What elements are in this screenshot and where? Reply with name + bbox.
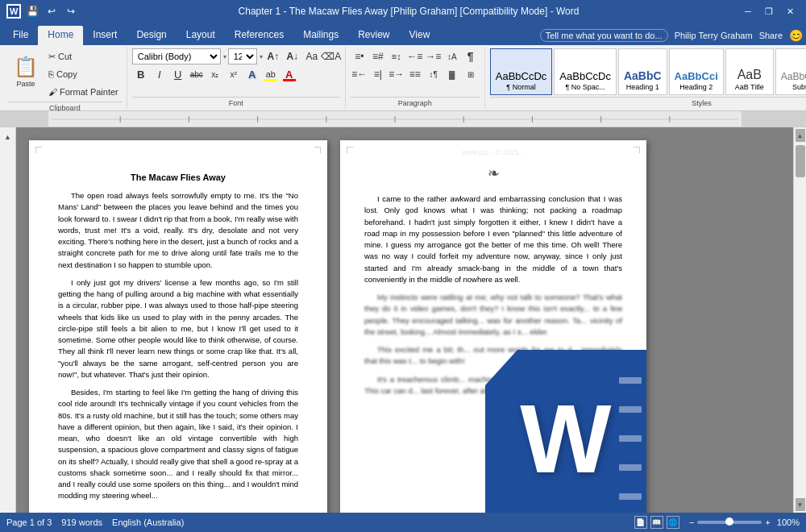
- word-logo-line-2: [619, 406, 642, 413]
- show-formatting-button[interactable]: ¶: [462, 48, 480, 64]
- style-subtitle[interactable]: AaBbCcCc Subtitle: [775, 48, 806, 95]
- ribbon-group-font: Calibri (Body) ▾ 12 ▾ A↑ A↓ Aa ⌫A B I U: [127, 47, 346, 109]
- tell-me-input[interactable]: Tell me what you want to do...: [540, 29, 668, 42]
- tab-file[interactable]: File: [3, 26, 38, 45]
- text-effects-button[interactable]: A: [243, 66, 261, 82]
- tab-mailings[interactable]: Mailings: [293, 26, 348, 45]
- tab-view[interactable]: View: [400, 26, 440, 45]
- borders-button[interactable]: ⊞: [462, 66, 480, 82]
- word-logo-line-4: [619, 464, 642, 471]
- ruler: [0, 111, 806, 127]
- list-buttons-row: ≡• ≡# ≡↕ ←≡ →≡ ↕A ¶: [351, 48, 480, 64]
- ribbon-group-clipboard: 📋 Paste ✂ Cut ⎘ Copy 🖌 Format Painter Cl…: [3, 47, 127, 109]
- align-center-button[interactable]: ≡|: [369, 66, 387, 82]
- ribbon-group-styles: AaBbCcDc ¶ Normal AaBbCcDc ¶ No Spac... …: [485, 47, 806, 109]
- tab-design[interactable]: Design: [127, 26, 176, 45]
- read-mode-button[interactable]: 📖: [650, 516, 663, 529]
- style-heading1[interactable]: AaBbC Heading 1: [618, 48, 667, 95]
- tab-review[interactable]: Review: [348, 26, 399, 45]
- justify-button[interactable]: ≡≡: [406, 66, 424, 82]
- word-logo-background: W: [485, 350, 646, 513]
- save-button[interactable]: 💾: [24, 3, 40, 19]
- page2-para1: I came to the rather awkward and embarra…: [364, 193, 622, 285]
- font-name-row: Calibri (Body) ▾ 12 ▾ A↑ A↓ Aa ⌫A: [132, 48, 340, 64]
- subscript-button[interactable]: x₂: [206, 66, 224, 82]
- paste-button[interactable]: 📋 Paste: [8, 48, 44, 95]
- format-painter-button[interactable]: 🖌 Format Painter: [45, 84, 122, 100]
- copy-button[interactable]: ⎘ Copy: [45, 66, 122, 82]
- web-layout-button[interactable]: 🌐: [667, 516, 679, 529]
- font-name-select[interactable]: Calibri (Body): [132, 48, 221, 64]
- undo-button[interactable]: ↩: [44, 3, 60, 19]
- page2-para2: My instincts were rattling at me; why no…: [364, 292, 622, 338]
- zoom-slider[interactable]: [697, 521, 762, 524]
- page1-content[interactable]: The Macaw Flies Away The open road alway…: [58, 172, 298, 502]
- tab-insert[interactable]: Insert: [83, 26, 127, 45]
- highlight-button[interactable]: ab: [262, 66, 280, 82]
- scroll-down-button[interactable]: ▼: [796, 498, 805, 511]
- sort-button[interactable]: ↕A: [443, 48, 461, 64]
- bullet-list-button[interactable]: ≡•: [351, 48, 368, 64]
- page-1: The Macaw Flies Away The open road alway…: [29, 140, 327, 513]
- style-title[interactable]: AaB AaB Title: [725, 48, 774, 95]
- status-bar: Page 1 of 3 919 words English (Australia…: [0, 513, 806, 532]
- page2-corner-tr: [634, 147, 640, 153]
- cut-button[interactable]: ✂ Cut: [45, 48, 122, 64]
- tab-layout[interactable]: Layout: [177, 26, 225, 45]
- tab-references[interactable]: References: [225, 26, 293, 45]
- scroll-up-button[interactable]: ▲: [796, 129, 805, 142]
- zoom-in-button[interactable]: +: [765, 517, 770, 527]
- font-settings: Calibri (Body) ▾ 12 ▾ A↑ A↓ Aa ⌫A B I U: [132, 48, 340, 82]
- font-size-select[interactable]: 12: [228, 48, 257, 64]
- print-layout-button[interactable]: 📄: [634, 516, 647, 529]
- alignment-row: ≡← ≡| ≡→ ≡≡ ↕¶ ▓ ⊞: [351, 66, 480, 82]
- increase-font-button[interactable]: A↑: [264, 48, 282, 64]
- title-bar: W 💾 ↩ ↪ Chapter 1 - The Macaw Flies Away…: [0, 0, 806, 23]
- font-size-arrow[interactable]: ▾: [260, 53, 263, 60]
- align-left-button[interactable]: ≡←: [351, 66, 368, 82]
- shading-button[interactable]: ▓: [443, 66, 461, 82]
- word-icon: W: [6, 4, 21, 19]
- scrollbar-thumb[interactable]: [796, 145, 805, 177]
- font-name-arrow[interactable]: ▾: [223, 53, 226, 60]
- style-no-spacing[interactable]: AaBbCcDc ¶ No Spac...: [554, 48, 617, 95]
- strikethrough-button[interactable]: abc: [188, 66, 206, 82]
- change-case-button[interactable]: Aa: [303, 48, 321, 64]
- right-panel: ▲ ▼: [793, 127, 806, 513]
- share-button[interactable]: Share: [759, 31, 783, 40]
- clear-format-button[interactable]: ⌫A: [322, 48, 340, 64]
- ruler-content: [0, 111, 806, 127]
- status-bar-right: 📄 📖 🌐 − + 100%: [634, 516, 800, 529]
- minimize-button[interactable]: ─: [738, 3, 758, 19]
- align-right-button[interactable]: ≡→: [388, 66, 405, 82]
- decrease-font-button[interactable]: A↓: [284, 48, 301, 64]
- underline-button[interactable]: U: [169, 66, 187, 82]
- paragraph-controls: ≡• ≡# ≡↕ ←≡ →≡ ↕A ¶ ≡← ≡| ≡→ ≡≡ ↕¶ ▓ ⊞: [351, 48, 480, 95]
- superscript-button[interactable]: x²: [225, 66, 243, 82]
- style-normal[interactable]: AaBbCcDc ¶ Normal: [490, 48, 553, 95]
- left-panel-btn[interactable]: ▲: [2, 131, 15, 143]
- style-heading2[interactable]: AaBbCci Heading 2: [669, 48, 724, 95]
- page1-para2: I only just got my drivers' license a fe…: [58, 277, 298, 380]
- restore-button[interactable]: ❐: [759, 3, 779, 19]
- line-spacing-button[interactable]: ↕¶: [425, 66, 442, 82]
- font-color-button[interactable]: A: [280, 66, 298, 82]
- window-title: Chapter 1 - The Macaw Flies Away [Philip…: [79, 6, 738, 17]
- increase-indent-button[interactable]: →≡: [425, 48, 442, 64]
- italic-button[interactable]: I: [151, 66, 168, 82]
- paragraph-label: Paragraph: [351, 97, 480, 107]
- multilevel-list-button[interactable]: ≡↕: [388, 48, 405, 64]
- zoom-out-button[interactable]: −: [689, 517, 694, 527]
- numbered-list-button[interactable]: ≡#: [369, 48, 387, 64]
- word-logo-line-5: [619, 493, 642, 500]
- tab-home[interactable]: Home: [38, 26, 83, 45]
- copy-icon: ⎘: [48, 69, 54, 79]
- close-button[interactable]: ✕: [780, 3, 800, 19]
- bold-button[interactable]: B: [132, 66, 150, 82]
- redo-button[interactable]: ↪: [63, 3, 79, 19]
- zoom-slider-thumb[interactable]: [725, 517, 733, 526]
- zoom-bar: − + 100%: [689, 517, 800, 527]
- decrease-indent-button[interactable]: ←≡: [406, 48, 424, 64]
- window-controls: ─ ❐ ✕: [738, 3, 800, 19]
- word-logo-w: W: [520, 390, 611, 487]
